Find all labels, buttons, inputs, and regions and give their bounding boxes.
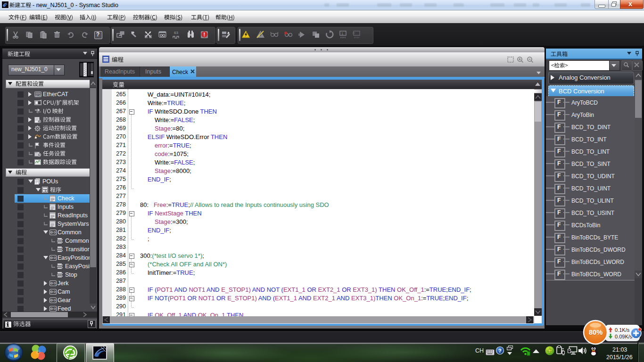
svg-text:1: 1 — [341, 32, 344, 36]
svg-text:!: ! — [204, 32, 206, 37]
svg-text:ECAT: ECAT — [35, 94, 41, 97]
svg-text:?: ? — [498, 348, 502, 354]
svg-text:63: 63 — [174, 31, 178, 35]
